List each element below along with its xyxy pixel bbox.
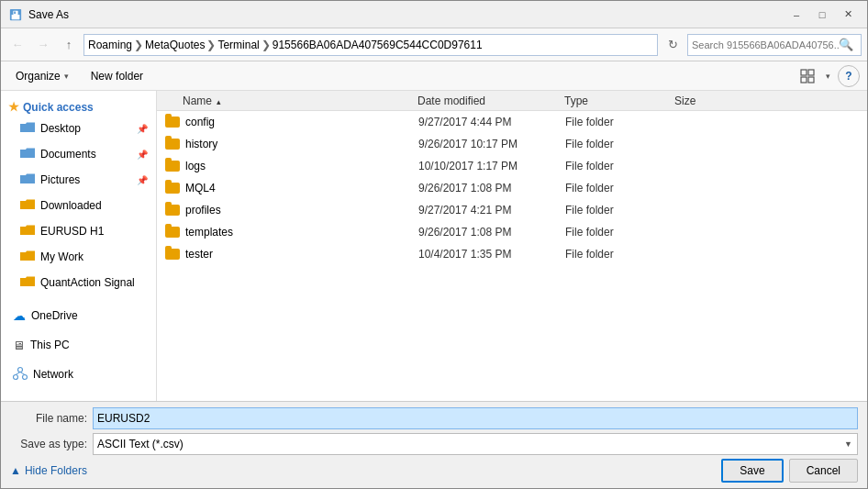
downloaded-folder-icon [20, 198, 35, 213]
mywork-folder-icon [20, 250, 35, 264]
sidebar-item-onedrive[interactable]: ☁ OneDrive [1, 303, 156, 328]
sidebar-item-thispc-label: This PC [30, 339, 70, 351]
sidebar-item-pictures-label: Pictures [40, 173, 80, 186]
svg-rect-7 [808, 77, 814, 83]
sidebar-item-eurusd[interactable]: EURUSD H1 [1, 218, 156, 244]
forward-button[interactable]: → [32, 34, 54, 56]
col-date-header[interactable]: Date modified [417, 94, 564, 107]
sidebar-item-pictures[interactable]: Pictures 📌 [1, 167, 156, 193]
file-list: Name ▴ Date modified Type Size config [157, 91, 867, 401]
savetype-row: Save as type: ASCII Text (*.csv) [10, 433, 858, 455]
onedrive-icon: ☁ [13, 308, 26, 323]
view-button[interactable] [796, 65, 818, 87]
breadcrumb-bar[interactable]: Roaming ❯ MetaQuotes ❯ Terminal ❯ 915566… [83, 34, 658, 56]
toolbar: Organize ▾ New folder ▾ ? [1, 61, 867, 91]
documents-folder-icon [20, 147, 35, 161]
breadcrumb-metaquotes[interactable]: MetaQuotes [145, 39, 205, 51]
sort-arrow: ▴ [217, 97, 221, 106]
title-bar-buttons: – □ ✕ [785, 6, 860, 24]
save-button[interactable]: Save [721, 459, 783, 483]
breadcrumb-terminal[interactable]: Terminal [217, 39, 259, 51]
col-name-header[interactable]: Name ▴ [161, 94, 417, 107]
action-row: ▲ Hide Folders Save Cancel [10, 459, 858, 483]
svg-line-12 [20, 372, 25, 374]
filename-label: File name: [10, 412, 93, 425]
address-bar: ← → ↑ Roaming ❯ MetaQuotes ❯ Terminal ❯ … [1, 28, 867, 61]
savetype-wrapper[interactable]: ASCII Text (*.csv) [93, 433, 858, 455]
sidebar-item-quantaction[interactable]: QuantAction Signal [1, 270, 156, 295]
title-bar: Save As – □ ✕ [1, 1, 867, 28]
pin-icon-desktop: 📌 [137, 124, 148, 134]
organize-label: Organize [16, 70, 61, 83]
desktop-folder-icon [20, 121, 35, 136]
search-icon: 🔍 [839, 38, 853, 51]
sidebar-item-downloaded-label: Downloaded [40, 199, 102, 212]
close-button[interactable]: ✕ [836, 6, 860, 24]
file-row-templates[interactable]: templates 9/26/2017 1:08 PM File folder [157, 221, 867, 243]
maximize-button[interactable]: □ [810, 6, 834, 24]
hide-folders-button[interactable]: ▲ Hide Folders [10, 464, 716, 477]
col-size-header[interactable]: Size [674, 94, 863, 107]
svg-point-8 [18, 367, 23, 372]
back-button[interactable]: ← [6, 34, 28, 56]
pin-icon-pictures: 📌 [137, 175, 148, 185]
thispc-icon: 🖥 [13, 339, 25, 352]
save-as-dialog: Save As – □ ✕ ← → ↑ Roaming ❯ MetaQuotes… [0, 0, 868, 489]
sidebar-item-downloaded[interactable]: Downloaded [1, 193, 156, 218]
sidebar-item-network[interactable]: Network [1, 361, 156, 387]
breadcrumb-roaming[interactable]: Roaming [88, 39, 132, 51]
network-icon [13, 366, 28, 383]
savetype-select[interactable]: ASCII Text (*.csv) [93, 433, 858, 455]
folder-icon [165, 139, 180, 150]
pictures-folder-icon [20, 172, 35, 187]
sidebar-item-mywork[interactable]: My Work [1, 244, 156, 270]
title-bar-icon [8, 7, 23, 22]
view-chevron: ▾ [826, 72, 830, 81]
file-row-config[interactable]: config 9/27/2017 4:44 PM File folder [157, 111, 867, 133]
new-folder-button[interactable]: New folder [83, 65, 150, 87]
organize-button[interactable]: Organize ▾ [8, 65, 76, 87]
sidebar-item-thispc[interactable]: 🖥 This PC [1, 332, 156, 358]
svg-rect-1 [12, 15, 20, 19]
up-button[interactable]: ↑ [58, 34, 80, 56]
sidebar-item-documents-label: Documents [40, 148, 96, 161]
breadcrumb-current[interactable]: 915566BA06ADA407569C544CC0D97611 [273, 39, 483, 51]
svg-line-11 [16, 372, 20, 374]
filename-input[interactable] [93, 407, 858, 429]
sidebar-item-documents[interactable]: Documents 📌 [1, 141, 156, 167]
organize-chevron: ▾ [64, 72, 69, 81]
quick-access-icon: ★ [8, 100, 19, 114]
svg-rect-6 [801, 77, 807, 83]
sidebar-item-quantaction-label: QuantAction Signal [40, 276, 135, 289]
file-list-header: Name ▴ Date modified Type Size [157, 91, 867, 111]
help-button[interactable]: ? [838, 65, 860, 87]
svg-rect-5 [808, 70, 814, 75]
sidebar-item-eurusd-label: EURUSD H1 [40, 225, 104, 238]
folder-icon [165, 117, 180, 128]
refresh-button[interactable]: ↻ [662, 34, 684, 56]
file-row-history[interactable]: history 9/26/2017 10:17 PM File folder [157, 133, 867, 155]
folder-icon [165, 227, 180, 238]
svg-rect-4 [801, 70, 807, 75]
chevron-up-icon: ▲ [10, 464, 21, 477]
minimize-button[interactable]: – [785, 6, 808, 24]
cancel-button[interactable]: Cancel [789, 459, 858, 483]
title-bar-title: Save As [28, 8, 785, 21]
quick-access-section[interactable]: ★ Quick access [1, 94, 156, 116]
col-type-header[interactable]: Type [564, 94, 674, 107]
folder-icon [165, 183, 180, 194]
file-row-logs[interactable]: logs 10/10/2017 1:17 PM File folder [157, 155, 867, 177]
file-row-profiles[interactable]: profiles 9/27/2017 4:21 PM File folder [157, 199, 867, 221]
main-content: ★ Quick access Desktop 📌 Documents 📌 [1, 91, 867, 401]
search-bar[interactable]: 🔍 [687, 34, 862, 56]
file-row-tester[interactable]: tester 10/4/2017 1:35 PM File folder [157, 243, 867, 265]
file-row-mql4[interactable]: MQL4 9/26/2017 1:08 PM File folder [157, 177, 867, 199]
quantaction-folder-icon [20, 275, 35, 290]
sidebar-item-desktop-label: Desktop [40, 122, 81, 135]
savetype-label: Save as type: [10, 438, 93, 450]
search-input[interactable] [692, 39, 839, 50]
sidebar: ★ Quick access Desktop 📌 Documents 📌 [1, 91, 157, 401]
folder-icon [165, 205, 180, 216]
sidebar-item-desktop[interactable]: Desktop 📌 [1, 116, 156, 141]
folder-icon [165, 161, 180, 172]
